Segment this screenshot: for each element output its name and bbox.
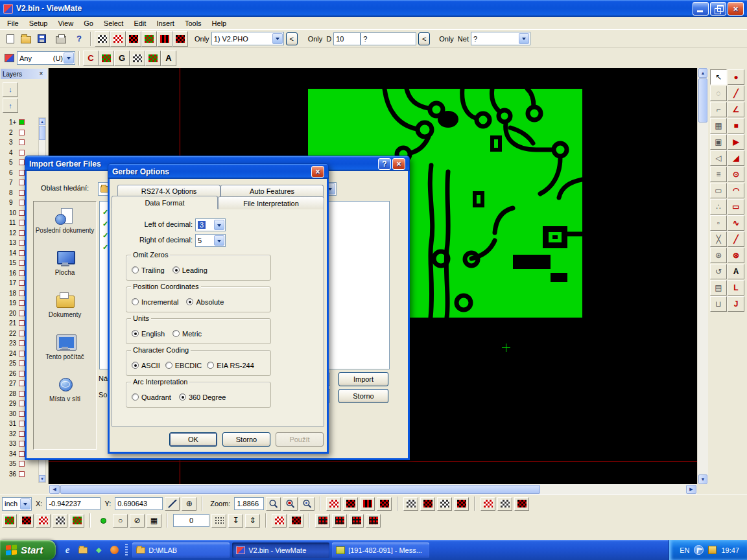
taskbar-divider[interactable]: [125, 544, 128, 557]
layer-color-box[interactable]: [19, 461, 25, 467]
layers-panel-header[interactable]: Layers ×: [1, 69, 47, 79]
panel-close-icon[interactable]: ×: [37, 70, 45, 78]
folder-shortcut-icon[interactable]: [78, 545, 88, 555]
radio-ebcdic[interactable]: EBCDIC: [165, 362, 202, 369]
dcode-field[interactable]: 10: [333, 32, 361, 45]
close-button[interactable]: ×: [728, 2, 744, 16]
layer-color-box[interactable]: [19, 250, 25, 256]
zoom-in-icon[interactable]: [266, 497, 281, 511]
y-coordinate-field[interactable]: 0.690643: [115, 497, 163, 510]
task-button-message[interactable]: [191-482-091] - Mess...: [332, 542, 429, 558]
scroll-left-icon[interactable]: ◀: [49, 485, 60, 494]
layer-row[interactable]: 1+: [1, 117, 31, 128]
language-indicator[interactable]: EN: [680, 546, 689, 554]
layer-row[interactable]: 2: [1, 128, 31, 138]
layer-down-button[interactable]: ↓: [3, 82, 18, 97]
zoom-window-icon[interactable]: [283, 497, 298, 511]
layer-color-box[interactable]: [19, 371, 25, 377]
circle-select-icon[interactable]: C: [83, 51, 99, 66]
palette-tool-icon[interactable]: ▭: [710, 183, 727, 198]
menu-item-go[interactable]: Go: [78, 18, 99, 29]
scroll-right-icon[interactable]: ▶: [686, 485, 696, 494]
layer-color-box[interactable]: [19, 290, 25, 296]
display-grid-icon-3[interactable]: [360, 497, 375, 511]
layer-color-box[interactable]: [19, 351, 25, 356]
horizontal-scrollbar[interactable]: ◀ ▶: [49, 484, 697, 495]
palette-tool-icon[interactable]: ▣: [710, 134, 727, 150]
scroll-down-icon[interactable]: ▼: [698, 474, 707, 484]
place-item[interactable]: Tento počítač: [34, 333, 96, 374]
palette-tool-icon[interactable]: ◠: [728, 183, 744, 198]
circle-tool-icon[interactable]: ○: [113, 514, 128, 528]
layer-color-box[interactable]: [19, 451, 25, 457]
display-grid-icon-7[interactable]: [437, 497, 452, 511]
clock[interactable]: 19:47: [721, 546, 739, 554]
display-grid-icon-2[interactable]: [343, 497, 358, 511]
palette-tool-icon[interactable]: ■: [728, 118, 744, 134]
menu-item-file[interactable]: File: [2, 18, 24, 29]
menu-item-help[interactable]: Help: [207, 18, 232, 29]
text-select-icon[interactable]: A: [161, 51, 176, 66]
radio-leading[interactable]: Leading: [172, 266, 208, 274]
pattern-icon-7[interactable]: [289, 514, 303, 528]
palette-tool-icon[interactable]: ∿: [728, 215, 744, 231]
scroll-up-icon[interactable]: ▲: [39, 118, 45, 125]
dialog-close-button[interactable]: ×: [311, 166, 324, 178]
layer-color-box[interactable]: [19, 360, 25, 366]
vertical-scrollbar[interactable]: ▲ ▼: [697, 68, 708, 484]
layer-row[interactable]: 36: [1, 469, 31, 480]
minimize-button[interactable]: [693, 2, 709, 16]
display-grid-icon-9[interactable]: [480, 497, 495, 511]
pattern-icon-6[interactable]: [272, 514, 287, 528]
palette-tool-icon[interactable]: ⊛: [728, 248, 744, 263]
radio-ascii[interactable]: ASCII: [132, 362, 160, 369]
import-cancel-button[interactable]: Storno: [338, 389, 388, 403]
display-grid-icon-11[interactable]: [514, 497, 529, 511]
layer-color-box[interactable]: [19, 139, 25, 145]
layer-color-box[interactable]: [19, 130, 25, 135]
grid-value-field[interactable]: 0: [173, 514, 209, 527]
task-button-mlab[interactable]: D:\MLAB: [132, 542, 230, 558]
units-select[interactable]: inch: [2, 497, 32, 511]
dropdown-arrow-icon[interactable]: [20, 498, 30, 509]
only-dcode-label[interactable]: Only: [308, 35, 323, 43]
pattern-icon-4[interactable]: [53, 514, 67, 528]
palette-tool-icon[interactable]: ⊛: [710, 248, 727, 263]
place-item[interactable]: Poslední dokumenty: [34, 207, 96, 248]
menu-item-select[interactable]: Select: [99, 18, 129, 29]
tab-auto-features[interactable]: Auto Features: [220, 185, 324, 197]
group-select-icon[interactable]: G: [114, 51, 130, 66]
palette-tool-icon[interactable]: L: [728, 280, 744, 296]
pair-select-icon-1[interactable]: [99, 51, 114, 66]
layer-select[interactable]: 1) V2.PHO: [211, 32, 284, 45]
palette-tool-icon[interactable]: ▶: [728, 134, 744, 150]
only-net-label[interactable]: Only: [439, 35, 454, 43]
print-icon[interactable]: [53, 31, 69, 47]
layer-color-box[interactable]: [19, 230, 25, 236]
pattern-icon-5[interactable]: [69, 514, 84, 528]
prev-dcode-button[interactable]: <: [418, 32, 430, 45]
layer-color-box[interactable]: [19, 180, 25, 185]
layer-color-box[interactable]: [19, 260, 25, 266]
anchor-icon[interactable]: ↧: [228, 514, 243, 528]
palette-tool-icon[interactable]: ▫: [710, 215, 727, 231]
layer-color-box[interactable]: [19, 320, 25, 326]
view-toggle-icon-1[interactable]: [95, 31, 110, 47]
layer-color-box[interactable]: [19, 190, 25, 196]
palette-tool-icon[interactable]: ∴: [710, 199, 727, 215]
dropdown-arrow-icon[interactable]: [519, 33, 529, 44]
dropdown-arrow-icon[interactable]: [214, 235, 224, 246]
radio-360-degree[interactable]: 360 Degree: [179, 393, 226, 401]
save-file-icon[interactable]: [34, 31, 49, 47]
layer-color-box[interactable]: [19, 159, 25, 165]
menu-item-view[interactable]: View: [53, 18, 78, 29]
layer-color-box[interactable]: [19, 280, 25, 286]
tray-network-icon[interactable]: [694, 545, 704, 555]
dropdown-arrow-icon[interactable]: [272, 33, 283, 44]
palette-tool-icon[interactable]: ╳: [710, 231, 727, 247]
any-filter-select[interactable]: Any (U): [17, 51, 75, 65]
ok-button[interactable]: OK: [169, 432, 217, 447]
left-of-decimal-select[interactable]: 3: [195, 218, 226, 231]
layer-color-box[interactable]: [19, 421, 25, 426]
scroll-thumb[interactable]: [698, 78, 707, 122]
